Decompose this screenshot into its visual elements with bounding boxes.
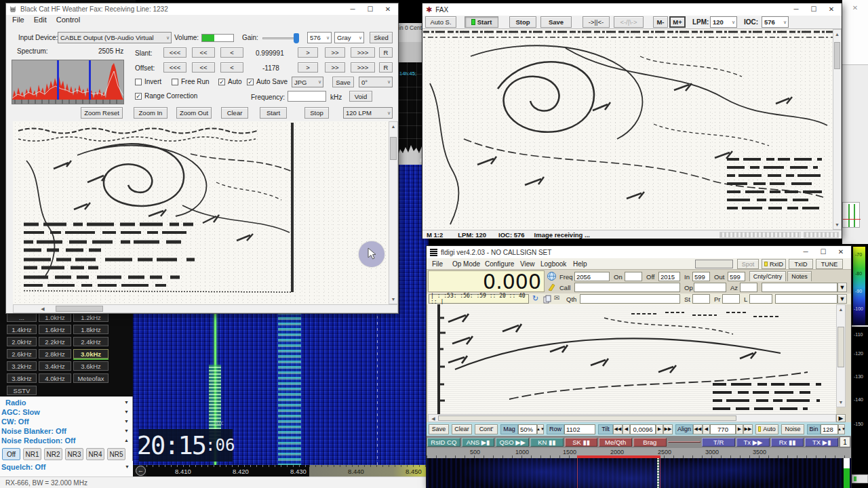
copy-icon[interactable] <box>543 295 551 304</box>
sked-button[interactable]: Sked <box>370 32 393 43</box>
tune-button[interactable]: TUNE <box>816 259 843 269</box>
save-button[interactable]: Save <box>332 77 354 87</box>
country-combo-arrow[interactable]: ▼ <box>837 283 847 292</box>
macro-button[interactable]: Me/Qth <box>599 438 632 447</box>
filter-button[interactable]: 3.8kHz <box>7 373 37 383</box>
vscroll-thumb[interactable] <box>390 137 397 160</box>
out-field[interactable]: 599 <box>728 272 745 281</box>
blackcat-fax-display[interactable] <box>13 121 389 304</box>
tilt-back1-button[interactable]: ◀ <box>623 424 630 434</box>
spectrum-display[interactable] <box>12 60 124 104</box>
wefax-noise-button[interactable]: Noise <box>781 424 804 434</box>
macro-button[interactable]: Brag <box>633 438 667 447</box>
vscroll-thumb[interactable] <box>834 42 840 69</box>
fldigi-hscrollbar[interactable]: ◀ <box>428 414 836 422</box>
macro-button[interactable]: T/R <box>702 438 735 447</box>
filter-button[interactable]: 3.4kHz <box>39 361 71 371</box>
l-field[interactable] <box>749 294 772 304</box>
menu-file[interactable]: File <box>7 15 29 24</box>
bin-value-field[interactable]: 128 <box>821 424 838 434</box>
align-value-field[interactable]: 770 <box>710 424 736 434</box>
minimize-icon[interactable]: ─ <box>787 4 805 14</box>
offset-reset-button[interactable]: R <box>379 62 393 73</box>
fax-image-display[interactable] <box>423 29 833 230</box>
save-button[interactable]: Save <box>540 16 572 28</box>
back-arrow-icon[interactable]: ← <box>136 466 146 476</box>
pr-field[interactable] <box>722 294 740 304</box>
tilt-fwd2-button[interactable]: ▶▶ <box>663 424 673 434</box>
filter-button[interactable]: 2.2kHz <box>39 337 71 346</box>
mode-plus-button[interactable]: M+ <box>669 16 686 28</box>
wefax-save-button[interactable]: Save <box>429 424 449 434</box>
vscroll-thumb[interactable] <box>837 327 844 367</box>
invert-checkbox[interactable]: Invert <box>135 78 161 85</box>
auto-save-checkbox[interactable]: ✓Auto Save <box>247 78 288 85</box>
align-back1-button[interactable]: ◀ <box>703 424 710 434</box>
slant-button[interactable]: <-/|\-> <box>614 16 644 28</box>
lpm-select[interactable]: 120 LPM∨ <box>343 107 393 119</box>
noise-blanker-setting[interactable]: Noise Blanker: Off <box>1 427 66 435</box>
start-button[interactable]: Start <box>465 16 498 28</box>
chevron-down-icon[interactable]: ▼ <box>124 419 129 424</box>
menu-edit[interactable]: Edit <box>29 15 52 24</box>
filter-button[interactable]: 2.8kHz <box>39 349 71 359</box>
bin-stepper[interactable]: ▲▼ <box>838 424 845 434</box>
maximize-icon[interactable]: ☐ <box>361 4 379 14</box>
offset-fwd2-button[interactable]: >> <box>325 62 345 73</box>
maximize-icon[interactable]: ☐ <box>814 247 832 257</box>
filter-button[interactable]: Meteofax <box>73 373 108 383</box>
scroll-up-icon[interactable]: ▲ <box>833 32 841 37</box>
blackcat-hscrollbar[interactable]: ◀ <box>13 304 398 313</box>
scroll-left-icon[interactable]: ◀ <box>39 306 46 312</box>
offset-back2-button[interactable]: << <box>192 62 215 73</box>
chevron-down-icon[interactable]: ▼ <box>124 409 129 414</box>
offset-fwd1-button[interactable]: > <box>298 62 318 73</box>
scroll-down-icon[interactable]: ▼ <box>833 222 841 227</box>
macro-button[interactable]: SK ▮▮ <box>565 438 598 447</box>
filter-button[interactable]: ... <box>7 312 37 322</box>
filter-button[interactable]: 2.6kHz <box>7 349 37 359</box>
in-field[interactable]: 599 <box>692 272 710 281</box>
lpm-select[interactable]: 120∨ <box>710 16 737 28</box>
align-fwd2-button[interactable]: ▶▶ <box>743 424 753 434</box>
mag-value-field[interactable]: 50% <box>518 424 537 434</box>
rxid-button[interactable]: RxID <box>762 259 786 269</box>
rotation-select[interactable]: 0°∨ <box>359 77 393 87</box>
az-field[interactable] <box>740 283 757 292</box>
filter-button[interactable]: 1.0kHz <box>39 312 71 322</box>
scroll-left-icon[interactable]: ◀ <box>430 416 437 422</box>
scroll-down-icon[interactable]: ▼ <box>837 400 845 405</box>
filter-button[interactable]: 3.2kHz <box>7 361 37 371</box>
macro-page-button[interactable]: 1 <box>840 436 850 447</box>
mag-stepper[interactable]: ▲▼ <box>537 424 544 434</box>
filter-button-active[interactable]: 3.0kHz <box>73 349 108 359</box>
fldigi-waterfall[interactable] <box>427 458 851 488</box>
txid-button[interactable]: TxID <box>789 259 813 269</box>
mode-minus-button[interactable]: M- <box>653 16 668 28</box>
sdr-frequency-scale[interactable]: ← 8.410 8.420 8.430 8.440 8.450 <box>133 465 429 476</box>
filter-button[interactable]: 2.4kHz <box>73 337 108 346</box>
mail-icon[interactable]: ✉ <box>554 294 559 302</box>
chevron-down-icon[interactable]: ▼ <box>124 400 129 405</box>
menu-opmode[interactable]: Op Mode <box>452 260 480 268</box>
align-back2-button[interactable]: ◀◀ <box>693 424 703 434</box>
stop-button[interactable]: Stop <box>304 107 329 119</box>
fldigi-fax-display[interactable] <box>428 304 836 414</box>
sweep-icon[interactable] <box>547 283 556 291</box>
call-field[interactable] <box>574 283 680 292</box>
zoom-reset-button[interactable]: Zoom Reset <box>81 107 123 119</box>
clear-button[interactable]: Clear <box>221 107 248 119</box>
slant-reset-button[interactable]: R <box>379 47 393 58</box>
slant-fwd3-button[interactable]: >>> <box>351 47 375 58</box>
cw-setting[interactable]: CW: Off <box>1 418 29 426</box>
filter-button[interactable]: 1.8kHz <box>73 325 108 334</box>
menu-control[interactable]: Control <box>52 15 85 24</box>
scroll-right-button[interactable]: ▶ <box>836 414 846 422</box>
spot-button[interactable]: Spot <box>737 259 759 269</box>
sstv-button[interactable]: SSTV <box>7 386 37 395</box>
color-mode-select[interactable]: Gray∨ <box>334 32 364 43</box>
filter-button[interactable]: 3.6kHz <box>73 361 108 371</box>
nr1-button[interactable]: NR1 <box>23 448 41 460</box>
hscroll-thumb[interactable] <box>56 306 103 312</box>
nr3-button[interactable]: NR3 <box>65 448 83 460</box>
